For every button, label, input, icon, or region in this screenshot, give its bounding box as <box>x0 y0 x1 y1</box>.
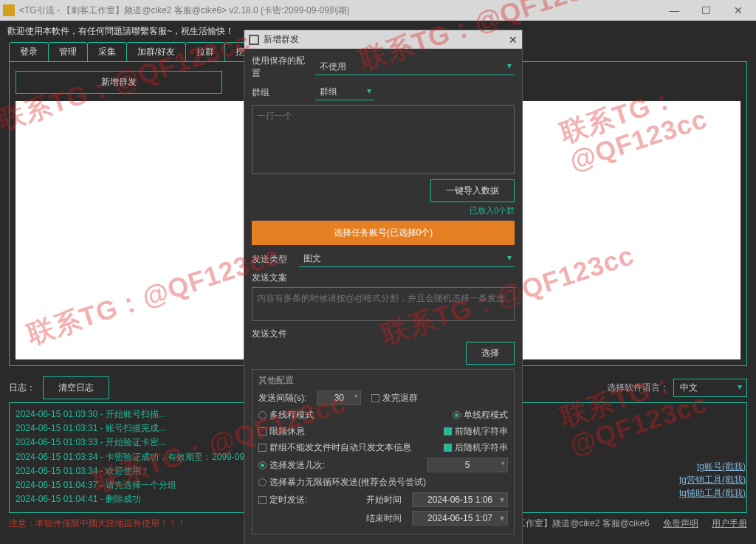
postrand-checkbox[interactable]: 后随机字符串 <box>444 441 508 454</box>
interval-input[interactable]: 30 <box>317 390 361 405</box>
modal-close-icon[interactable]: ✕ <box>509 34 518 46</box>
sendfile-label: 发送文件 <box>252 328 515 340</box>
tab-pull[interactable]: 拉群 <box>185 42 225 61</box>
choose-file-button[interactable]: 选择 <box>466 342 515 365</box>
timed-checkbox[interactable]: 定时发送: <box>258 494 307 506</box>
nofile-checkbox[interactable]: 群组不能发文件时自动只发文本信息 <box>258 441 411 454</box>
tab-manage[interactable]: 管理 <box>48 42 88 61</box>
tab-addgroup[interactable]: 加群/好友 <box>126 42 186 61</box>
new-bulk-modal: 新增群发 ✕ 使用保存的配置 不使用 群组 群组 一键导入数据 已放入0个群 选… <box>244 30 523 544</box>
use-config-select[interactable]: 不使用 <box>315 59 515 75</box>
link-marketing[interactable]: tg营销工具(戳我) <box>679 473 746 486</box>
app-icon <box>3 4 15 16</box>
tab-login[interactable]: 登录 <box>9 42 49 61</box>
end-time-input[interactable]: 2024-06-15 1:07 <box>412 511 508 526</box>
group-select[interactable]: 群组 <box>315 84 374 100</box>
link-account[interactable]: tg账号(戳我) <box>679 460 746 473</box>
sendtype-label: 发送类型 <box>252 253 293 266</box>
import-data-button[interactable]: 一键导入数据 <box>430 179 515 202</box>
modal-icon <box>249 35 259 45</box>
other-config-label: 其他配置 <box>258 374 508 387</box>
warning-text: 注意：本软件僅限中國大陸地區外使用！！！ <box>9 517 186 530</box>
window-buttons: — ☐ ✕ <box>659 4 753 16</box>
multithread-radio[interactable]: 多线程模式 <box>258 409 314 421</box>
imported-count: 已放入0个群 <box>252 205 515 216</box>
start-time-label: 开始时间 <box>366 494 402 506</box>
disclaimer-link[interactable]: 免责声明 <box>663 517 698 530</box>
close-button[interactable]: ✕ <box>724 4 753 16</box>
other-config: 其他配置 发送间隔(s): 30 发完退群 多线程模式 单线程模式 限频休息 前… <box>252 369 515 534</box>
manual-link[interactable]: 用户手册 <box>712 517 747 530</box>
window-title: <TG引流 - 【刺客工作室】频道@cike2 客服@cike6> v2.18.… <box>19 4 659 17</box>
log-label: 日志： <box>9 382 35 394</box>
maximize-button[interactable]: ☐ <box>692 4 721 16</box>
link-helper[interactable]: tg辅助工具(戳我) <box>679 486 746 500</box>
use-config-label: 使用保存的配置 <box>252 55 309 80</box>
sendtext-label: 发送文案 <box>252 272 515 284</box>
singlethread-radio[interactable]: 单线程模式 <box>453 409 508 421</box>
sendtype-select[interactable]: 图文 <box>299 251 515 267</box>
titlebar: <TG引流 - 【刺客工作室】频道@cike2 客服@cike6> v2.18.… <box>0 0 756 21</box>
exit-after-checkbox[interactable]: 发完退群 <box>371 392 418 404</box>
tab-collect[interactable]: 采集 <box>87 42 127 61</box>
modal-titlebar: 新增群发 ✕ <box>244 30 522 49</box>
modal-title: 新增群发 <box>264 33 299 46</box>
start-time-input[interactable]: 2024-06-15 1:06 <box>412 492 508 507</box>
language-select[interactable]: 中文 <box>673 379 747 397</box>
external-links: tg账号(戳我) tg营销工具(戳我) tg辅助工具(戳我) <box>679 460 746 500</box>
new-bulk-button[interactable]: 新增群发 <box>16 71 222 94</box>
select-account-button[interactable]: 选择任务账号(已选择0个) <box>252 221 515 245</box>
times-radio[interactable]: 选择发送几次: <box>258 459 325 472</box>
minimize-button[interactable]: — <box>659 4 689 16</box>
group-input[interactable] <box>252 105 515 174</box>
times-input[interactable]: 5 <box>427 458 508 472</box>
language-label: 选择软件语言： <box>607 382 669 394</box>
loop-radio[interactable]: 选择暴力无限循环发送(推荐会员号尝试) <box>258 476 426 489</box>
clear-log-button[interactable]: 清空日志 <box>43 376 109 399</box>
group-label: 群组 <box>252 86 309 99</box>
interval-label: 发送间隔(s): <box>258 392 306 404</box>
sendtext-input[interactable] <box>252 287 515 321</box>
limit-checkbox[interactable]: 限频休息 <box>258 425 305 438</box>
end-time-label: 结束时间 <box>366 512 402 525</box>
prerand-checkbox[interactable]: 前随机字符串 <box>444 425 508 438</box>
